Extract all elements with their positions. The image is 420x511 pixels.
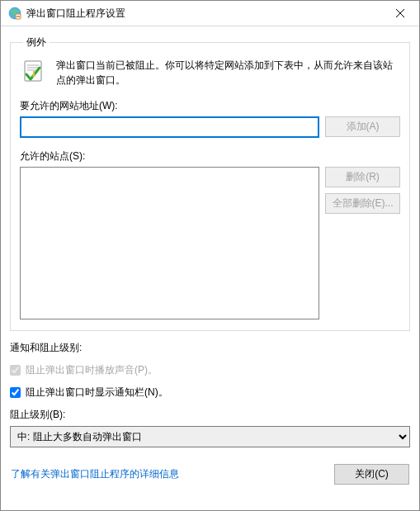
window-title: 弹出窗口阻止程序设置	[26, 7, 381, 21]
block-level-label: 阻止级别(B):	[10, 408, 410, 422]
allowed-sites-list[interactable]	[20, 167, 319, 319]
play-sound-checkbox[interactable]	[10, 365, 21, 376]
intro-text: 弹出窗口当前已被阻止。你可以将特定网站添加到下表中，从而允许来自该站点的弹出窗口…	[56, 58, 400, 88]
address-label: 要允许的网站地址(W):	[20, 99, 400, 113]
intro-row: 弹出窗口当前已被阻止。你可以将特定网站添加到下表中，从而允许来自该站点的弹出窗口…	[20, 58, 400, 88]
learn-more-link[interactable]: 了解有关弹出窗口阻止程序的详细信息	[11, 467, 179, 481]
notify-heading: 通知和阻止级别:	[10, 341, 410, 355]
window-close-button[interactable]	[381, 1, 419, 26]
exceptions-legend: 例外	[23, 35, 50, 50]
show-bar-checkbox[interactable]	[10, 387, 21, 398]
document-allow-icon	[20, 58, 46, 84]
close-button[interactable]: 关闭(C)	[334, 464, 409, 485]
popup-blocker-icon	[8, 7, 21, 20]
remove-button[interactable]: 删除(R)	[325, 167, 400, 187]
notify-section: 通知和阻止级别: 阻止弹出窗口时播放声音(P)。 阻止弹出窗口时显示通知栏(N)…	[10, 341, 410, 447]
block-level-select[interactable]: 中: 阻止大多数自动弹出窗口	[10, 426, 410, 447]
svg-rect-9	[33, 71, 35, 75]
address-input[interactable]	[20, 116, 319, 138]
exceptions-group: 例外 弹出窗口当前已被阻止。你可以将特定网站添加到下表中，从而允许来自该站点的弹…	[10, 35, 410, 331]
add-button[interactable]: 添加(A)	[325, 116, 400, 137]
titlebar: 弹出窗口阻止程序设置	[1, 1, 419, 26]
play-sound-label: 阻止弹出窗口时播放声音(P)。	[26, 363, 158, 377]
allowed-sites-label: 允许的站点(S):	[20, 149, 400, 163]
show-bar-label: 阻止弹出窗口时显示通知栏(N)。	[26, 386, 168, 400]
close-icon	[396, 9, 404, 17]
remove-all-button[interactable]: 全部删除(E)...	[325, 193, 400, 214]
